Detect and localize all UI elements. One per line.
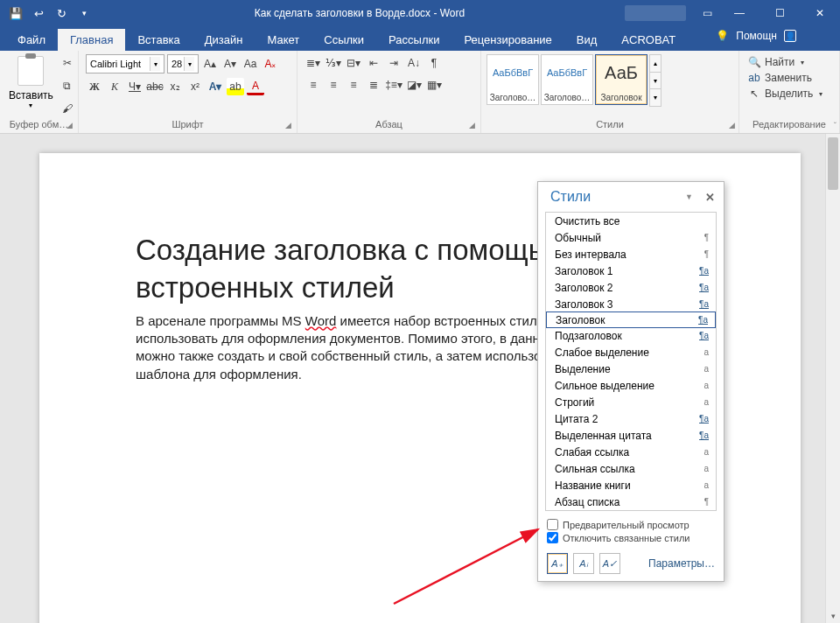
justify-icon[interactable]: ≣ <box>365 76 382 94</box>
styles-launcher-icon[interactable]: ◢ <box>729 121 735 130</box>
style-item-14[interactable]: Слабая ссылкаa <box>546 444 716 460</box>
close-button[interactable]: ✕ <box>800 0 840 26</box>
cut-icon[interactable]: ✂ <box>59 54 76 72</box>
font-launcher-icon[interactable]: ◢ <box>285 121 291 130</box>
style-item-1[interactable]: Обычный¶ <box>546 229 716 246</box>
gallery-more-icon[interactable]: ▾ <box>650 89 661 106</box>
close-icon[interactable]: ✕ <box>705 191 715 204</box>
preview-checkbox[interactable]: Предварительный просмотр <box>547 518 715 531</box>
styles-pane[interactable]: Стили ▼ ✕ Очистить всеОбычный¶Без интерв… <box>537 181 724 582</box>
spellcheck-wavy[interactable]: Word <box>305 313 337 328</box>
style-item-7[interactable]: Подзаголовок¶a <box>546 327 716 344</box>
styles-gallery[interactable]: АаБбВвГ Заголово… АаБбВвГ Заголово… АаБ … <box>486 54 733 108</box>
line-spacing-icon[interactable]: ‡≡▾ <box>385 76 402 94</box>
style-item-12[interactable]: Цитата 2¶a <box>546 410 716 427</box>
account-icon[interactable]: 👤 <box>784 30 796 42</box>
qat-customize-icon[interactable]: ▾ <box>74 3 94 24</box>
tab-home[interactable]: Главная <box>58 29 125 51</box>
user-account-badge[interactable] <box>625 5 686 21</box>
new-style-button[interactable]: A₊ <box>547 553 568 574</box>
shading-icon[interactable]: ◪▾ <box>405 76 423 94</box>
style-item-0[interactable]: Очистить все <box>546 213 716 229</box>
paste-button[interactable]: Вставить ▾ <box>7 54 55 117</box>
styles-pane-list[interactable]: Очистить всеОбычный¶Без интервала¶Заголо… <box>545 212 717 511</box>
increase-indent-icon[interactable]: ⇥ <box>385 54 402 72</box>
styles-pane-header[interactable]: Стили ▼ ✕ <box>538 182 724 210</box>
find-button[interactable]: 🔍 Найти ▾ <box>746 54 832 70</box>
pane-options-icon[interactable]: ▼ <box>682 191 696 203</box>
superscript-button[interactable]: x² <box>186 78 204 95</box>
chevron-down-icon[interactable]: ▾ <box>150 57 160 71</box>
style-inspector-button[interactable]: Aᵢ <box>573 553 594 574</box>
collapse-ribbon-icon[interactable]: ˇ <box>834 122 836 131</box>
strike-button[interactable]: abc <box>146 78 164 95</box>
tab-view[interactable]: Вид <box>564 29 610 51</box>
change-case-icon[interactable]: Aa <box>242 55 259 73</box>
underline-button[interactable]: Ч▾ <box>126 78 144 95</box>
multilevel-list-icon[interactable]: ⊟▾ <box>345 54 362 72</box>
scroll-down-icon[interactable]: ▾ <box>826 608 840 623</box>
select-button[interactable]: ↖ Выделить ▾ <box>746 86 832 102</box>
tab-references[interactable]: Ссылки <box>312 29 376 51</box>
style-item-9[interactable]: Выделениеa <box>546 360 716 377</box>
style-item-16[interactable]: Название книгиa <box>546 477 716 494</box>
save-icon[interactable]: 💾 <box>5 3 26 24</box>
scrollbar-thumb[interactable] <box>828 137 838 190</box>
tell-me-label[interactable]: Помощн <box>736 30 777 42</box>
tab-design[interactable]: Дизайн <box>192 29 256 51</box>
highlight-color-icon[interactable]: ab <box>227 78 244 95</box>
style-item-15[interactable]: Сильная ссылкаa <box>546 460 716 477</box>
style-thumb-title[interactable]: АаБ Заголовок <box>595 54 648 105</box>
shrink-font-icon[interactable]: A▾ <box>221 55 239 73</box>
styles-params-link[interactable]: Параметры… <box>648 557 715 570</box>
style-item-5[interactable]: Заголовок 3¶a <box>546 296 716 312</box>
align-left-icon[interactable]: ≡ <box>304 76 322 94</box>
style-item-17[interactable]: Абзац списка¶ <box>546 494 716 510</box>
ribbon-display-options-icon[interactable]: ▭ <box>695 0 719 26</box>
bullets-icon[interactable]: ≣▾ <box>304 54 322 72</box>
style-item-2[interactable]: Без интервала¶ <box>546 246 716 262</box>
undo-icon[interactable]: ↩ <box>28 3 49 24</box>
sort-icon[interactable]: A↓ <box>405 54 423 72</box>
style-thumb-heading2[interactable]: АаБбВвГ Заголово… <box>541 54 593 105</box>
tab-insert[interactable]: Вставка <box>125 29 192 51</box>
clipboard-launcher-icon[interactable]: ◢ <box>66 121 73 130</box>
bold-button[interactable]: Ж <box>86 78 103 95</box>
borders-icon[interactable]: ▦▾ <box>425 76 443 94</box>
tell-me-icon[interactable]: 💡 <box>716 30 729 42</box>
font-name-combobox[interactable]: Calibri Light ▾ <box>86 54 164 74</box>
style-item-13[interactable]: Выделенная цитата¶a <box>546 427 716 444</box>
text-effects-icon[interactable]: A▾ <box>206 78 224 95</box>
tab-layout[interactable]: Макет <box>255 29 312 51</box>
font-size-combobox[interactable]: 28 ▾ <box>167 54 199 74</box>
maximize-button[interactable]: ☐ <box>760 0 800 26</box>
tab-review[interactable]: Рецензирование <box>452 29 564 51</box>
disable-linked-checkbox[interactable]: Отключить связанные стили <box>547 531 715 544</box>
align-right-icon[interactable]: ≡ <box>345 76 362 94</box>
paragraph-launcher-icon[interactable]: ◢ <box>469 121 475 130</box>
decrease-indent-icon[interactable]: ⇤ <box>365 54 382 72</box>
manage-styles-button[interactable]: A✓ <box>599 553 620 574</box>
tab-file[interactable]: Файл <box>5 29 58 51</box>
gallery-down-icon[interactable]: ▾ <box>650 73 661 90</box>
font-color-icon[interactable]: A <box>247 78 264 95</box>
grow-font-icon[interactable]: A▴ <box>201 55 219 73</box>
gallery-up-icon[interactable]: ▴ <box>650 55 661 73</box>
copy-icon[interactable]: ⧉ <box>59 77 76 94</box>
style-item-4[interactable]: Заголовок 2¶a <box>546 279 716 296</box>
disable-linked-checkbox-input[interactable] <box>547 532 558 543</box>
replace-button[interactable]: ab Заменить <box>746 70 832 86</box>
tab-acrobat[interactable]: ACROBAT <box>609 29 688 51</box>
numbering-icon[interactable]: ⅓▾ <box>325 54 342 72</box>
style-item-10[interactable]: Сильное выделениеa <box>546 377 716 394</box>
vertical-scrollbar[interactable]: ▴ ▾ <box>825 134 840 623</box>
chevron-down-icon[interactable]: ▾ <box>184 57 194 71</box>
style-item-3[interactable]: Заголовок 1¶a <box>546 262 716 279</box>
style-item-6[interactable]: Заголовок¶a <box>546 312 716 328</box>
italic-button[interactable]: К <box>106 78 123 95</box>
style-thumb-heading1[interactable]: АаБбВвГ Заголово… <box>486 54 539 105</box>
redo-icon[interactable]: ↻ <box>51 3 72 24</box>
minimize-button[interactable]: — <box>719 0 760 26</box>
style-item-8[interactable]: Слабое выделениеa <box>546 344 716 360</box>
preview-checkbox-input[interactable] <box>547 519 558 530</box>
